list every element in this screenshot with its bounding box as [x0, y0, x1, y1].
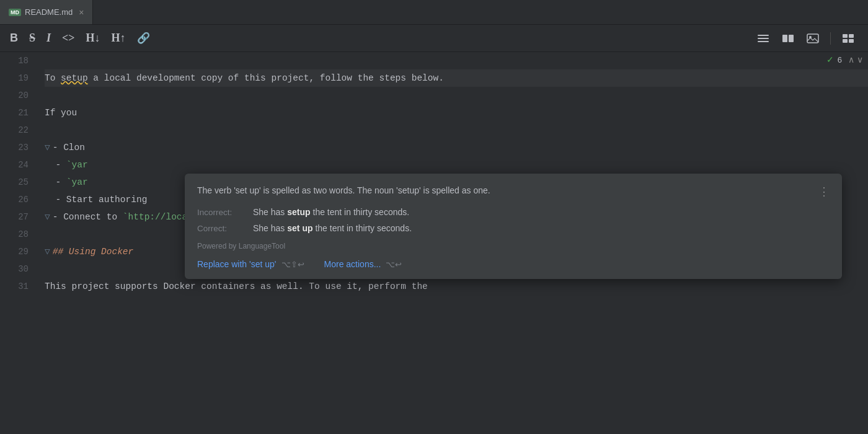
- svg-rect-5: [807, 34, 818, 43]
- code-line-18: [45, 52, 868, 69]
- tab-bar: MD README.md ×: [0, 0, 868, 25]
- line-23-text: - Clon: [53, 139, 85, 156]
- svg-rect-3: [782, 35, 787, 42]
- line-num-25: 25: [0, 174, 29, 191]
- fold-icon-29[interactable]: ▽: [45, 243, 50, 260]
- line-num-22: 22: [0, 122, 29, 139]
- line-21-text: If you: [45, 104, 77, 122]
- toolbar-left: B S I <> H↓ H↑ 🔗: [10, 32, 150, 45]
- svg-rect-0: [758, 35, 769, 36]
- svg-rect-4: [789, 35, 794, 42]
- popup-incorrect-text: She has setup the tent in thirty seconds…: [253, 207, 409, 217]
- fold-icon-27[interactable]: ▽: [45, 208, 50, 226]
- code-button[interactable]: <>: [62, 32, 75, 45]
- spell-check-popup: The verb 'set up' is spelled as two word…: [185, 174, 842, 279]
- view-mode-grid-button[interactable]: [838, 30, 858, 47]
- tab-close-button[interactable]: ×: [79, 7, 84, 17]
- popup-correct-text: She has set up the tent in thirty second…: [253, 223, 412, 233]
- code-line-19: To setup a local development copy of thi…: [45, 69, 868, 87]
- h-decrease-button[interactable]: H↓: [86, 32, 100, 45]
- svg-rect-9: [843, 39, 848, 43]
- code-line-20: [45, 87, 868, 104]
- replace-action-link[interactable]: Replace with 'set up': [197, 259, 277, 269]
- line-num-27: 27: [0, 208, 29, 226]
- line-num-20: 20: [0, 87, 29, 104]
- editor-area: ✓ 6 ∧ ∨ 18 19 20 21 22 23 24 25 26 27 28…: [0, 52, 868, 434]
- line-num-19: 19: [0, 69, 29, 87]
- popup-correct-label: Correct:: [197, 224, 253, 233]
- view-mode-2-button[interactable]: [778, 30, 798, 47]
- line-num-21: 21: [0, 104, 29, 122]
- code-line-23: ▽- Clon: [45, 139, 868, 156]
- readme-tab[interactable]: MD README.md ×: [0, 0, 93, 24]
- replace-shortcut: ⌥⇧↩: [281, 260, 304, 269]
- line-29-heading: ## Using Docker: [53, 243, 134, 260]
- line-num-30: 30: [0, 260, 29, 278]
- line-num-28: 28: [0, 226, 29, 243]
- popup-description: The verb 'set up' is spelled as two word…: [197, 185, 811, 197]
- popup-actions: Replace with 'set up' ⌥⇧↩ More actions..…: [197, 259, 830, 269]
- svg-rect-7: [843, 34, 848, 38]
- more-actions-link[interactable]: More actions...: [324, 259, 381, 269]
- line-19-text: To setup a local development copy of thi…: [45, 69, 444, 87]
- toolbar: B S I <> H↓ H↑ 🔗: [0, 25, 868, 52]
- toolbar-divider: [830, 32, 831, 45]
- popup-header: The verb 'set up' is spelled as two word…: [197, 185, 830, 198]
- line-num-26: 26: [0, 191, 29, 208]
- svg-rect-1: [758, 38, 769, 39]
- view-mode-1-button[interactable]: [753, 30, 773, 47]
- line-numbers: 18 19 20 21 22 23 24 25 26 27 28 29 30 3…: [0, 52, 37, 434]
- svg-rect-2: [758, 41, 769, 42]
- tab-file-icon: MD: [9, 9, 21, 16]
- popup-menu-icon[interactable]: ⋮: [818, 185, 830, 198]
- h-increase-button[interactable]: H↑: [112, 32, 126, 45]
- code-line-21: If you: [45, 104, 868, 122]
- code-line-24: - `yar: [45, 156, 868, 174]
- italic-button[interactable]: I: [46, 32, 51, 45]
- strikethrough-button[interactable]: S: [29, 32, 35, 45]
- line-25-text: - `yar: [45, 174, 88, 191]
- line-num-23: 23: [0, 139, 29, 156]
- line-num-18: 18: [0, 52, 29, 69]
- code-line-22: [45, 122, 868, 139]
- toolbar-right: [753, 30, 858, 47]
- popup-incorrect-example: Incorrect: She has setup the tent in thi…: [197, 207, 830, 217]
- editor-content[interactable]: To setup a local development copy of thi…: [37, 52, 868, 434]
- fold-icon-23[interactable]: ▽: [45, 139, 50, 156]
- squiggle-setup: setup: [61, 73, 88, 83]
- bold-button[interactable]: B: [10, 32, 18, 45]
- line-31-text: This project supports Docker containers …: [45, 278, 428, 295]
- line-num-29: 29: [0, 243, 29, 260]
- line-num-24: 24: [0, 156, 29, 174]
- popup-powered-by: Powered by LanguageTool: [197, 242, 830, 250]
- line-24-text: - `yar: [45, 156, 88, 174]
- popup-incorrect-label: Incorrect:: [197, 208, 253, 217]
- popup-correct-example: Correct: She has set up the tent in thir…: [197, 223, 830, 233]
- view-mode-image-button[interactable]: [803, 30, 823, 47]
- svg-rect-10: [849, 39, 854, 43]
- line-num-31: 31: [0, 278, 29, 295]
- svg-rect-8: [849, 34, 854, 38]
- tab-filename: README.md: [25, 7, 73, 17]
- more-shortcut: ⌥↩: [386, 260, 402, 269]
- line-26-text: - Start authoring: [45, 191, 147, 208]
- code-line-31: This project supports Docker containers …: [45, 278, 868, 295]
- link-button[interactable]: 🔗: [137, 32, 150, 45]
